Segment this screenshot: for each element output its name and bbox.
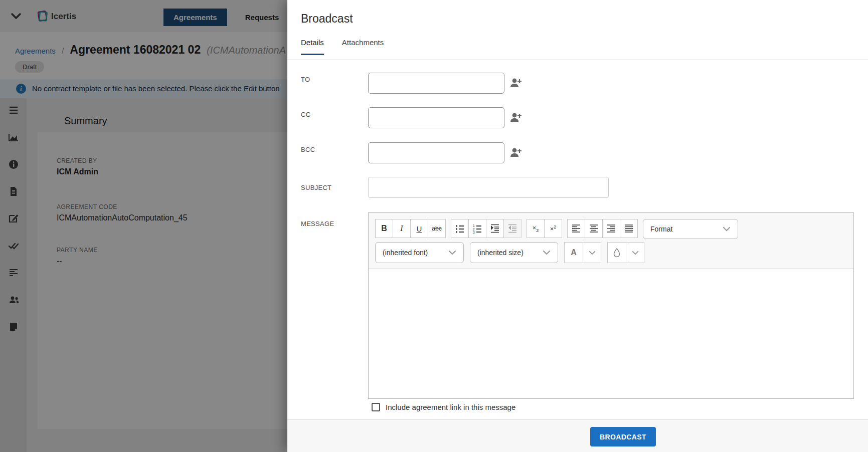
- include-link-checkbox[interactable]: [372, 403, 380, 411]
- subscript-glyph: ×2: [533, 224, 539, 233]
- font-dropdown-label: (inherited font): [383, 249, 428, 257]
- text-color-group: A: [564, 242, 601, 263]
- align-center-icon[interactable]: [585, 219, 603, 238]
- numbered-list-icon[interactable]: 123: [468, 219, 486, 238]
- panel-tabs: Details Attachments: [301, 38, 384, 55]
- cc-label: CC: [301, 111, 310, 118]
- bcc-input[interactable]: [368, 142, 504, 163]
- underline-button[interactable]: U: [410, 219, 428, 238]
- outdent-icon[interactable]: [503, 219, 522, 238]
- background-color-group: [607, 242, 644, 263]
- tabs-divider: [287, 59, 868, 60]
- format-dropdown-label: Format: [650, 225, 672, 233]
- toolbar-row-2: (inherited font) (inherited size) A: [375, 242, 853, 263]
- include-link-row: Include agreement link in this message: [372, 403, 515, 411]
- chevron-down-icon: [448, 250, 456, 255]
- script-group: ×2 ×2: [527, 219, 562, 238]
- list-indent-group: 123: [451, 219, 522, 238]
- broadcast-panel: Broadcast Details Attachments TO CC BCC …: [287, 0, 868, 452]
- panel-title: Broadcast: [301, 12, 353, 26]
- align-right-icon[interactable]: [602, 219, 620, 238]
- bullet-list-icon[interactable]: [451, 219, 469, 238]
- bold-button[interactable]: B: [375, 219, 393, 238]
- add-recipient-bcc-icon[interactable]: [508, 146, 523, 159]
- text-color-button[interactable]: A: [564, 242, 583, 263]
- editor-toolbar: B I U abc 123: [369, 213, 853, 269]
- to-input[interactable]: [368, 73, 504, 94]
- align-left-icon[interactable]: [567, 219, 585, 238]
- background-color-droplet-icon[interactable]: [607, 242, 626, 263]
- message-label: MESSAGE: [301, 220, 334, 228]
- tab-attachments[interactable]: Attachments: [342, 38, 384, 55]
- subject-label: SUBJECT: [301, 184, 331, 191]
- font-dropdown[interactable]: (inherited font): [375, 242, 464, 263]
- format-dropdown[interactable]: Format: [643, 219, 738, 239]
- text-style-group: B I U abc: [375, 219, 446, 238]
- background-color-chevron-icon[interactable]: [626, 242, 644, 263]
- add-recipient-cc-icon[interactable]: [508, 111, 523, 124]
- strikethrough-button[interactable]: abc: [428, 219, 446, 238]
- bcc-label: BCC: [301, 146, 315, 153]
- add-recipient-to-icon[interactable]: [508, 77, 523, 90]
- subject-input[interactable]: [368, 177, 609, 198]
- toolbar-row-1: B I U abc 123: [375, 219, 853, 239]
- tab-details[interactable]: Details: [301, 38, 324, 55]
- italic-button[interactable]: I: [393, 219, 411, 238]
- size-dropdown-label: (inherited size): [477, 249, 524, 257]
- subscript-button[interactable]: ×2: [527, 219, 545, 238]
- text-color-chevron-icon[interactable]: [583, 242, 601, 263]
- size-dropdown[interactable]: (inherited size): [470, 242, 558, 263]
- panel-footer: BROADCAST: [287, 419, 868, 452]
- svg-text:3: 3: [473, 231, 475, 234]
- indent-icon[interactable]: [486, 219, 504, 238]
- message-body-input[interactable]: [369, 269, 853, 398]
- include-link-label: Include agreement link in this message: [386, 403, 515, 411]
- cc-input[interactable]: [368, 107, 504, 128]
- chevron-down-icon: [543, 250, 551, 255]
- superscript-glyph: ×2: [550, 224, 557, 233]
- page: Icertis Agreements Requests A Agreements…: [0, 0, 868, 452]
- align-group: [567, 219, 638, 238]
- broadcast-button[interactable]: BROADCAST: [590, 427, 656, 446]
- chevron-down-icon: [723, 227, 731, 232]
- rich-text-editor: B I U abc 123: [368, 212, 854, 399]
- justify-icon[interactable]: [620, 219, 638, 238]
- to-label: TO: [301, 76, 310, 83]
- superscript-button[interactable]: ×2: [544, 219, 562, 238]
